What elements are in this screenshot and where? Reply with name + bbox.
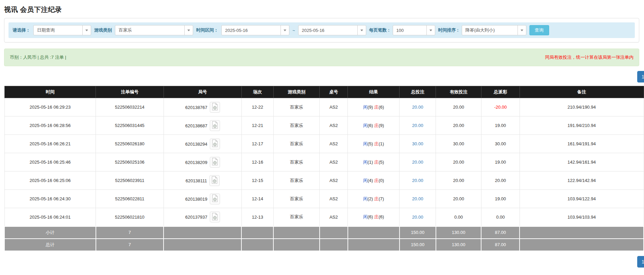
- chevron-down-icon: [357, 25, 366, 35]
- result-banker-score: (7): [378, 196, 384, 201]
- filter-bar: 请选择： 日期查询 游戏类别 百家乐 时间区间： 2025-05-16 ~ 20…: [9, 22, 635, 38]
- sort-select[interactable]: 降幂(由大到小): [462, 25, 526, 35]
- total-bet-amount[interactable]: 20.00: [412, 160, 423, 165]
- col-header-2: 局号: [164, 86, 241, 98]
- video-replay-icon: [211, 121, 218, 130]
- cell-note: 122.94/142.94: [520, 171, 644, 190]
- sort-select-value: 降幂(由大到小): [462, 25, 518, 35]
- cell-time: 2025-05-16 06:28:56: [4, 116, 96, 135]
- result-player-label: 闲: [363, 105, 368, 110]
- round-number-text: 620138767: [185, 105, 207, 110]
- video-replay-button[interactable]: [210, 120, 220, 131]
- page-1-button[interactable]: 1: [637, 71, 644, 82]
- total-row-payout: 87.00: [481, 239, 520, 251]
- cell-session: 12-14: [241, 190, 273, 208]
- range-separator: ~: [292, 28, 295, 33]
- result-banker-score: (5): [378, 160, 384, 165]
- cell-payout: 19.00: [481, 190, 520, 208]
- cell-table-number: AS2: [320, 190, 348, 208]
- cell-payout: 30.00: [481, 135, 520, 153]
- total-bet-amount[interactable]: 20.00: [412, 105, 423, 110]
- total-bet-amount[interactable]: 30.00: [412, 141, 423, 146]
- result-banker-label: 庄: [374, 196, 378, 201]
- cell-game-type: 百家乐: [273, 98, 319, 116]
- cell-result: 闲(4) 庄(0): [348, 171, 400, 190]
- cell-round-number: 620138019: [164, 190, 241, 208]
- video-replay-icon: [211, 139, 218, 148]
- chevron-down-icon: [281, 25, 289, 35]
- video-replay-button[interactable]: [209, 175, 220, 186]
- result-banker-label: 庄: [374, 141, 378, 146]
- cell-bet-number: 522506026180: [96, 135, 164, 153]
- video-replay-icon: [211, 103, 218, 112]
- col-header-10: 备注: [520, 86, 644, 98]
- video-replay-button[interactable]: [210, 102, 220, 113]
- game-type-label: 游戏类别: [94, 27, 112, 33]
- subtotal-row-empty: [164, 226, 241, 239]
- mode-select[interactable]: 日期查询: [33, 25, 91, 35]
- chevron-down-icon: [518, 25, 526, 35]
- cell-note: 210.94/190.94: [520, 98, 644, 116]
- mode-label: 请选择：: [13, 27, 30, 33]
- cell-total-bet: 20.00: [400, 153, 436, 171]
- game-type-select[interactable]: 百家乐: [115, 25, 193, 35]
- chevron-down-icon: [82, 25, 91, 35]
- result-player-label: 闲: [363, 160, 368, 165]
- col-header-5: 桌号: [320, 86, 348, 98]
- cell-session: 12-22: [241, 98, 273, 116]
- video-replay-button[interactable]: [210, 139, 220, 149]
- records-table-wrap: 时间注单编号局号场次游戏类别桌号结果总投注有效投注总派彩备注 2025-05-1…: [4, 86, 644, 251]
- round-number-text: 620138209: [185, 160, 207, 165]
- result-banker-label: 庄: [374, 123, 378, 128]
- subtotal-row-label: 小计: [4, 226, 96, 239]
- result-player-score: (9): [368, 105, 374, 110]
- date-to-select[interactable]: 2025-05-16: [298, 25, 366, 35]
- cell-round-number: 620138687: [164, 116, 241, 135]
- page-1-button[interactable]: 1: [637, 256, 644, 268]
- col-header-8: 有效投注: [436, 86, 481, 98]
- subtotal-row-empty: [241, 226, 273, 239]
- cell-total-bet: 20.00: [400, 98, 436, 116]
- cell-game-type: 百家乐: [273, 190, 319, 208]
- cell-game-type: 百家乐: [273, 116, 319, 135]
- date-from-select[interactable]: 2025-05-16: [221, 25, 289, 35]
- cell-table-number: AS2: [320, 116, 348, 135]
- total-bet-amount[interactable]: 20.00: [412, 178, 423, 183]
- page-size-label: 每页笔数 :: [369, 27, 390, 33]
- video-replay-button[interactable]: [210, 212, 220, 222]
- subtotal-row-empty: [273, 226, 319, 239]
- result-player-label: 闲: [363, 123, 368, 128]
- col-header-0: 时间: [4, 86, 96, 98]
- filter-panel: 请选择： 日期查询 游戏类别 百家乐 时间区间： 2025-05-16 ~ 20…: [4, 18, 639, 42]
- subtotal-row-empty: [320, 226, 348, 239]
- cell-session: 12-21: [241, 116, 273, 135]
- page-size-select[interactable]: 100: [393, 25, 435, 35]
- subtotal-row-empty: [520, 226, 644, 239]
- cell-bet-number: 522506022811: [96, 190, 164, 208]
- search-button[interactable]: 查询: [529, 25, 549, 35]
- result-player-score: (1): [368, 160, 374, 165]
- cell-valid-bet: 30.00: [436, 135, 481, 153]
- cell-result: 闲(9) 庄(6): [348, 98, 400, 116]
- cell-round-number: 620138294: [164, 135, 241, 153]
- total-row-total-bet: 150.00: [400, 239, 436, 251]
- video-replay-button[interactable]: [210, 157, 220, 168]
- total-bet-amount[interactable]: 20.00: [412, 123, 423, 128]
- cell-result: 闲(6) 庄(6): [348, 208, 400, 226]
- total-bet-amount[interactable]: 20.00: [412, 196, 423, 201]
- cell-result: 闲(6) 庄(9): [348, 116, 400, 135]
- result-player-score: (2): [368, 196, 374, 201]
- cell-bet-number: 522506025106: [96, 153, 164, 171]
- total-bet-amount[interactable]: 20.00: [412, 215, 423, 220]
- result-player-label: 闲: [363, 214, 368, 219]
- cell-time: 2025-05-16 06:29:23: [4, 98, 96, 116]
- cell-game-type: 百家乐: [273, 153, 319, 171]
- table-row: 2025-05-16 06:29:23522506032214620138767…: [4, 98, 644, 116]
- cell-valid-bet: 20.00: [436, 116, 481, 135]
- col-header-4: 游戏类别: [273, 86, 319, 98]
- result-player-label: 闲: [363, 178, 368, 183]
- date-from-value: 2025-05-16: [222, 25, 281, 35]
- video-replay-button[interactable]: [210, 194, 220, 204]
- pagination-top: 1: [0, 71, 644, 82]
- mode-select-value: 日期查询: [34, 25, 82, 35]
